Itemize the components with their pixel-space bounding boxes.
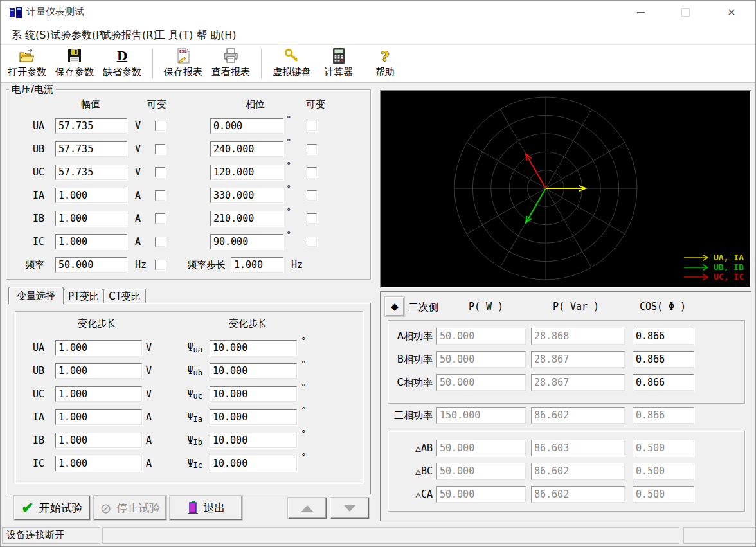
phase-input[interactable] [210, 211, 284, 226]
frequency-variable-checkbox[interactable] [155, 260, 165, 270]
vc-row-label: IA [11, 190, 44, 201]
calculator-icon [332, 47, 345, 65]
stop-icon: ⊘ [100, 501, 112, 515]
voltage-current-title: 电压/电流 [9, 84, 56, 96]
unit-label: A [146, 435, 152, 446]
degree-label: ° [302, 451, 306, 461]
menu-tools[interactable]: 工 具(T) [152, 28, 195, 44]
step-value-input[interactable] [55, 433, 142, 448]
psi-step-input[interactable] [210, 433, 297, 448]
tab-pt-ratio[interactable]: PT变比 [64, 289, 104, 304]
save-report-button[interactable]: EXL 保存报表 [159, 45, 207, 82]
phase-variable-checkbox[interactable] [307, 167, 317, 177]
step-down-button[interactable] [330, 498, 369, 519]
excel-document-icon: EXL [176, 47, 191, 65]
phase-variable-checkbox[interactable] [307, 121, 317, 131]
default-params-button[interactable]: D 缺省参数 [98, 45, 146, 82]
degree-label: ° [287, 183, 291, 193]
menu-help[interactable]: 帮 助(H) [194, 28, 239, 44]
close-button[interactable]: ✕ [717, 1, 746, 24]
step-value-input[interactable] [55, 456, 142, 471]
psi-step-input[interactable] [210, 456, 297, 471]
minimize-button[interactable] [626, 1, 656, 24]
unit-label: V [146, 388, 152, 400]
p-var-field [531, 440, 625, 456]
power-row-label: B相功率 [389, 354, 433, 366]
amplitude-variable-checkbox[interactable] [155, 167, 165, 177]
virtual-keyboard-button[interactable]: 虚拟键盘 [268, 45, 316, 82]
phase-input[interactable] [210, 234, 284, 249]
amplitude-input[interactable] [55, 211, 127, 226]
unit-label: A [135, 213, 141, 224]
vc-row-label: IC [11, 236, 44, 247]
frequency-step-input[interactable] [231, 257, 284, 273]
view-report-button[interactable]: 查看报表 [207, 45, 255, 82]
tab-variable-select[interactable]: 变量选择 [8, 287, 64, 304]
step-value-input[interactable] [55, 409, 142, 425]
phase-variable-checkbox[interactable] [307, 237, 317, 247]
phase-input[interactable] [210, 188, 284, 203]
open-params-button[interactable]: 打开参数 [3, 45, 51, 82]
phase-input[interactable] [210, 141, 284, 157]
phase-variable-checkbox[interactable] [307, 213, 317, 224]
unit-label: Hz [135, 259, 147, 271]
cos-phi-header: COS( Φ ) [621, 301, 705, 312]
diamond-icon: ◆ [391, 301, 399, 312]
phase-input[interactable] [210, 118, 284, 134]
legend-arrow-icon [683, 273, 713, 281]
degree-label: ° [302, 382, 306, 391]
phase-input[interactable] [210, 165, 284, 180]
menu-system[interactable]: 系 统(S) [9, 28, 53, 44]
legend-item-ub-ib: UB, IB [683, 262, 744, 272]
cos-phi-field [633, 351, 694, 368]
phase-variable-checkbox[interactable] [307, 144, 317, 154]
vc-row-label: UC [11, 166, 44, 178]
frequency-label: 频率 [7, 259, 44, 271]
amplitude-input[interactable] [55, 165, 127, 180]
psi-label: ΨIc [169, 458, 203, 470]
start-test-button[interactable]: ✔ 开始试验 [14, 496, 90, 520]
p-watt-field [437, 407, 526, 424]
amplitude-input[interactable] [55, 141, 127, 157]
calculator-button[interactable]: 计算器 [316, 45, 362, 82]
unit-label: V [135, 166, 141, 178]
save-params-button[interactable]: 保存参数 [51, 45, 98, 82]
psi-step-input[interactable] [210, 409, 297, 425]
menu-test-report[interactable]: 试验报告(R) [98, 28, 160, 44]
step-row-label: IB [11, 435, 44, 446]
amplitude-variable-checkbox[interactable] [155, 213, 165, 224]
key-icon [284, 47, 300, 65]
p-watt-field [437, 463, 526, 480]
side-toggle-button[interactable]: ◆ [385, 297, 404, 316]
amplitude-input[interactable] [55, 234, 127, 249]
help-button[interactable]: ? 帮助 [362, 45, 408, 82]
amplitude-variable-checkbox[interactable] [155, 237, 165, 247]
amplitude-variable-checkbox[interactable] [155, 144, 165, 154]
psi-step-input[interactable] [210, 363, 297, 379]
unit-label: V [135, 143, 141, 155]
amplitude-input[interactable] [55, 188, 127, 203]
psi-step-input[interactable] [210, 340, 297, 355]
step-value-input[interactable] [55, 363, 142, 379]
step-value-input[interactable] [55, 386, 142, 402]
p-watt-field [437, 440, 526, 456]
titlebar: 计量仪表测试 ✕ [1, 1, 755, 24]
amplitude-input[interactable] [55, 118, 127, 134]
step-row-label: IC [11, 458, 44, 469]
step-up-button[interactable] [288, 498, 327, 519]
maximize-button[interactable] [670, 1, 700, 24]
p-var-field [531, 328, 625, 345]
step-value-input[interactable] [55, 340, 142, 355]
amplitude-variable-checkbox[interactable] [155, 190, 165, 201]
delta-row-label: △AB [389, 442, 433, 454]
frequency-input[interactable] [55, 257, 127, 273]
stop-test-button[interactable]: ⊘ 停止试验 [94, 496, 166, 520]
phase-variable-checkbox[interactable] [307, 190, 317, 201]
tab-ct-ratio[interactable]: CT变比 [104, 289, 146, 304]
amplitude-variable-checkbox[interactable] [155, 121, 165, 131]
psi-step-input[interactable] [210, 386, 297, 402]
check-icon: ✔ [21, 501, 33, 516]
degree-label: ° [302, 359, 306, 368]
psi-label: Ψuc [169, 388, 203, 400]
exit-button[interactable]: 退出 [170, 496, 242, 520]
